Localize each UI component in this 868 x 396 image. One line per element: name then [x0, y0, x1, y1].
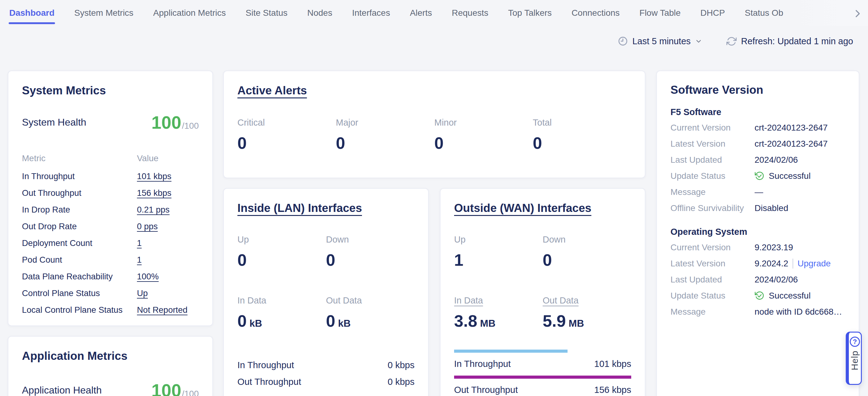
nav-more-button[interactable]	[851, 7, 864, 21]
system-metrics-card: System Metrics System Health 100 /100 Me…	[8, 70, 213, 326]
table-row: Out Drop Rate0 pps	[22, 218, 199, 235]
f5-update-status: Successful	[769, 171, 810, 181]
active-alerts-link[interactable]: Active Alerts	[238, 84, 307, 97]
alert-counts: Critical 0 Major 0 Minor 0 Total 0	[238, 118, 631, 152]
table-row: Pod Count1	[22, 252, 199, 268]
alert-minor: Minor 0	[434, 118, 533, 152]
wan-in-throughput-value: 101 kbps	[594, 359, 631, 369]
lan-up-count: 0	[238, 250, 326, 270]
software-version-title: Software Version	[671, 84, 845, 96]
chevron-right-icon	[852, 8, 863, 19]
application-health-label: Application Health	[22, 385, 102, 396]
tab-alerts[interactable]: Alerts	[410, 8, 432, 18]
metric-value-link[interactable]: 1	[137, 255, 142, 264]
upgrade-link[interactable]: Upgrade	[798, 259, 831, 268]
table-row: Data Plane Reachability100%	[22, 268, 199, 285]
wan-down-count: 0	[543, 250, 631, 270]
lan-in-throughput-value: 0 kbps	[388, 360, 414, 370]
alert-critical: Critical 0	[238, 118, 336, 152]
refresh-icon	[726, 36, 737, 47]
lan-out-data: Out Data 0 kB	[326, 295, 415, 331]
system-health-suffix: /100	[182, 121, 199, 131]
metric-value-link[interactable]: 0 pps	[137, 222, 158, 231]
lan-down-count: 0	[326, 250, 415, 270]
metric-value-link[interactable]: Not Reported	[137, 305, 188, 315]
software-version-card: Software Version F5 Software Current Ver…	[656, 70, 859, 396]
wan-out-throughput-value: 156 kbps	[594, 385, 631, 395]
tab-requests[interactable]: Requests	[452, 8, 488, 18]
help-label: Help	[850, 350, 860, 370]
dashboard-screen: Dashboard System Metrics Application Met…	[0, 0, 868, 396]
out-throughput-bar	[454, 375, 631, 379]
help-tab[interactable]: ? Help	[846, 332, 862, 385]
application-health-row: Application Health 100 /100	[22, 380, 199, 396]
wan-down: Down 0	[543, 234, 631, 270]
application-metrics-title: Application Metrics	[22, 349, 199, 363]
system-metrics-title: System Metrics	[22, 84, 199, 97]
tab-dhcp[interactable]: DHCP	[701, 8, 725, 18]
application-health-suffix: /100	[182, 389, 199, 396]
toolbar: Last 5 minutes Refresh: Updated 1 min ag…	[618, 36, 853, 47]
refresh-status-label: Refresh: Updated 1 min ago	[741, 36, 853, 47]
wan-out-data: Out Data 5.9 MB	[543, 295, 631, 331]
os-update-message: node with ID 6dc66856-1...	[754, 307, 845, 317]
success-check-icon	[754, 291, 765, 301]
tab-site-status[interactable]: Site Status	[246, 8, 287, 18]
in-throughput-bar	[454, 349, 567, 353]
f5-software-heading: F5 Software	[671, 107, 845, 117]
metric-value-link[interactable]: 1	[137, 238, 142, 248]
table-row: In Throughput101 kbps	[22, 168, 199, 185]
table-row: Last Updated2024/02/06	[671, 152, 845, 168]
application-health-score: 100	[152, 380, 182, 396]
clock-icon	[618, 36, 628, 47]
wan-up: Up 1	[454, 234, 543, 270]
metric-value-link[interactable]: 0.21 pps	[137, 205, 170, 215]
application-metrics-card: Application Metrics Application Health 1…	[8, 336, 213, 396]
tab-system-metrics[interactable]: System Metrics	[74, 8, 133, 18]
wan-in-data-link[interactable]: In Data	[454, 295, 483, 306]
lan-in-throughput-row: In Throughput 0 kbps	[238, 359, 414, 371]
tab-top-talkers[interactable]: Top Talkers	[508, 8, 552, 18]
tab-status-objects[interactable]: Status Ob	[745, 8, 783, 18]
lan-down: Down 0	[326, 234, 415, 270]
wan-interfaces-link[interactable]: Outside (WAN) Interfaces	[454, 202, 591, 215]
wan-in-data: In Data 3.8 MB	[454, 295, 543, 331]
tab-dashboard[interactable]: Dashboard	[9, 8, 54, 18]
tab-connections[interactable]: Connections	[571, 8, 620, 18]
table-row: Deployment Count1	[22, 235, 199, 252]
refresh-button[interactable]: Refresh: Updated 1 min ago	[726, 36, 853, 47]
column-header-metric: Metric	[22, 153, 137, 163]
metric-value-link[interactable]: Up	[137, 288, 148, 298]
table-row: Latest Version 9.2024.2 Upgrade	[671, 256, 845, 272]
table-row: Out Throughput156 kbps	[22, 185, 199, 201]
lan-up: Up 0	[238, 234, 326, 270]
lan-interfaces-link[interactable]: Inside (LAN) Interfaces	[238, 202, 362, 215]
alert-total: Total 0	[533, 118, 631, 152]
active-alerts-card: Active Alerts Critical 0 Major 0 Minor 0…	[223, 70, 645, 178]
table-row: Update Status Successful	[671, 288, 845, 304]
table-row: Update Status Successful	[671, 168, 845, 184]
wan-up-count: 1	[454, 250, 543, 270]
tab-application-metrics[interactable]: Application Metrics	[153, 8, 226, 18]
wan-interfaces-card: Outside (WAN) Interfaces Up 1 Down 0 In …	[440, 188, 645, 396]
tab-flow-table[interactable]: Flow Table	[640, 8, 681, 18]
metric-value-link[interactable]: 100%	[137, 272, 159, 281]
lan-out-throughput-value: 0 kbps	[388, 376, 414, 387]
lan-in-data: In Data 0 kB	[238, 295, 326, 331]
question-icon: ?	[850, 337, 860, 347]
metric-value-link[interactable]: 156 kbps	[137, 188, 172, 198]
tab-interfaces[interactable]: Interfaces	[352, 8, 390, 18]
system-health-label: System Health	[22, 117, 86, 128]
table-row: Latest Versioncrt-20240123-2647	[671, 136, 845, 152]
wan-out-throughput-row: Out Throughput 156 kbps	[454, 375, 631, 396]
column-header-value: Value	[137, 153, 199, 163]
system-health-score: 100	[152, 112, 182, 133]
divider	[793, 259, 793, 268]
table-row: Local Control Plane StatusNot Reported	[22, 302, 199, 318]
wan-out-data-link[interactable]: Out Data	[543, 295, 579, 306]
wan-in-throughput-row: In Throughput 101 kbps	[454, 349, 631, 370]
time-range-selector[interactable]: Last 5 minutes	[618, 36, 703, 47]
metric-value-link[interactable]: 101 kbps	[137, 171, 172, 181]
table-row: Current Version9.2023.19	[671, 239, 845, 256]
tab-nodes[interactable]: Nodes	[307, 8, 332, 18]
